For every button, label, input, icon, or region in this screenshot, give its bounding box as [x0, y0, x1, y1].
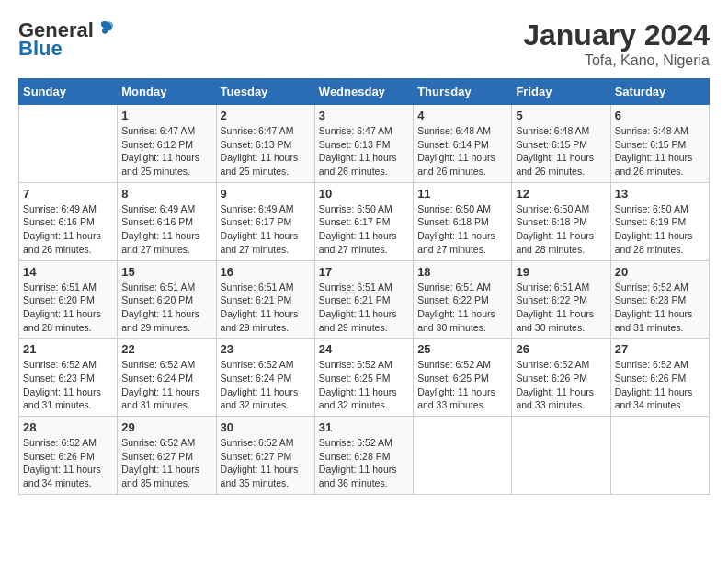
sunset-text: Sunset: 6:18 PM — [417, 216, 489, 227]
logo: General Blue — [18, 18, 114, 61]
day-number: 20 — [615, 265, 705, 279]
sunset-text: Sunset: 6:27 PM — [221, 451, 292, 462]
daylight-text: Daylight: 11 hours and 34 minutes. — [23, 464, 101, 488]
day-info: Sunrise: 6:52 AMSunset: 6:24 PMDaylight:… — [121, 358, 211, 412]
sunrise-text: Sunrise: 6:49 AM — [23, 203, 97, 214]
day-cell-19: 19Sunrise: 6:51 AMSunset: 6:22 PMDayligh… — [512, 260, 610, 339]
day-cell-31: 31Sunrise: 6:52 AMSunset: 6:28 PMDayligh… — [314, 417, 413, 495]
day-info: Sunrise: 6:52 AMSunset: 6:26 PMDaylight:… — [615, 358, 705, 412]
day-cell-10: 10Sunrise: 6:50 AMSunset: 6:17 PMDayligh… — [314, 182, 413, 260]
day-cell-7: 7Sunrise: 6:49 AMSunset: 6:16 PMDaylight… — [19, 182, 118, 260]
day-info: Sunrise: 6:51 AMSunset: 6:22 PMDaylight:… — [516, 281, 606, 335]
day-number: 30 — [221, 420, 311, 434]
day-info: Sunrise: 6:51 AMSunset: 6:20 PMDaylight:… — [121, 281, 211, 335]
title-section: January 2024 Tofa, Kano, Nigeria — [523, 18, 710, 69]
sunset-text: Sunset: 6:26 PM — [615, 373, 687, 384]
page-header: General Blue January 2024 Tofa, Kano, Ni… — [18, 18, 710, 69]
day-cell-25: 25Sunrise: 6:52 AMSunset: 6:25 PMDayligh… — [414, 339, 512, 417]
day-number: 25 — [417, 342, 507, 356]
daylight-text: Daylight: 11 hours and 31 minutes. — [121, 386, 199, 411]
day-number: 4 — [417, 109, 507, 122]
day-number: 16 — [221, 265, 311, 279]
weekday-header-row: SundayMondayTuesdayWednesdayThursdayFrid… — [19, 79, 710, 105]
sunset-text: Sunset: 6:16 PM — [23, 216, 95, 227]
daylight-text: Daylight: 11 hours and 25 minutes. — [221, 152, 299, 177]
daylight-text: Daylight: 11 hours and 26 minutes. — [319, 152, 397, 177]
sunset-text: Sunset: 6:28 PM — [319, 451, 391, 462]
day-info: Sunrise: 6:51 AMSunset: 6:22 PMDaylight:… — [417, 281, 507, 335]
sunrise-text: Sunrise: 6:52 AM — [417, 359, 491, 370]
day-number: 6 — [615, 109, 705, 122]
weekday-header-thursday: Thursday — [414, 79, 512, 105]
day-number: 15 — [121, 265, 211, 279]
sunrise-text: Sunrise: 6:51 AM — [221, 282, 294, 293]
day-cell-30: 30Sunrise: 6:52 AMSunset: 6:27 PMDayligh… — [216, 417, 314, 495]
empty-cell — [19, 105, 118, 183]
daylight-text: Daylight: 11 hours and 31 minutes. — [23, 386, 101, 411]
day-info: Sunrise: 6:51 AMSunset: 6:21 PMDaylight:… — [319, 281, 409, 335]
day-cell-18: 18Sunrise: 6:51 AMSunset: 6:22 PMDayligh… — [414, 260, 512, 339]
day-info: Sunrise: 6:47 AMSunset: 6:13 PMDaylight:… — [221, 124, 311, 178]
day-info: Sunrise: 6:52 AMSunset: 6:23 PMDaylight:… — [23, 358, 113, 412]
day-number: 8 — [121, 187, 211, 201]
day-number: 10 — [319, 187, 409, 201]
sunrise-text: Sunrise: 6:52 AM — [121, 437, 195, 448]
day-cell-23: 23Sunrise: 6:52 AMSunset: 6:24 PMDayligh… — [216, 339, 314, 417]
day-cell-28: 28Sunrise: 6:52 AMSunset: 6:26 PMDayligh… — [19, 417, 118, 495]
sunset-text: Sunset: 6:20 PM — [121, 294, 193, 305]
day-number: 28 — [23, 420, 113, 434]
daylight-text: Daylight: 11 hours and 29 minutes. — [221, 308, 299, 333]
day-number: 1 — [121, 109, 211, 122]
location: Tofa, Kano, Nigeria — [523, 52, 710, 69]
sunset-text: Sunset: 6:18 PM — [516, 216, 587, 227]
weekday-header-wednesday: Wednesday — [314, 79, 413, 105]
week-row-1: 1Sunrise: 6:47 AMSunset: 6:12 PMDaylight… — [19, 105, 710, 183]
sunrise-text: Sunrise: 6:51 AM — [417, 282, 491, 293]
day-number: 31 — [319, 420, 409, 434]
sunset-text: Sunset: 6:26 PM — [516, 373, 587, 384]
sunrise-text: Sunrise: 6:52 AM — [221, 359, 294, 370]
day-info: Sunrise: 6:52 AMSunset: 6:25 PMDaylight:… — [417, 358, 507, 412]
week-row-3: 14Sunrise: 6:51 AMSunset: 6:20 PMDayligh… — [19, 260, 710, 339]
daylight-text: Daylight: 11 hours and 30 minutes. — [417, 308, 495, 333]
sunset-text: Sunset: 6:15 PM — [615, 139, 687, 150]
day-info: Sunrise: 6:47 AMSunset: 6:13 PMDaylight:… — [319, 124, 409, 178]
sunset-text: Sunset: 6:13 PM — [319, 139, 391, 150]
sunset-text: Sunset: 6:24 PM — [221, 373, 292, 384]
day-number: 2 — [221, 109, 311, 122]
daylight-text: Daylight: 11 hours and 27 minutes. — [319, 230, 397, 255]
day-cell-24: 24Sunrise: 6:52 AMSunset: 6:25 PMDayligh… — [314, 339, 413, 417]
day-number: 19 — [516, 265, 606, 279]
week-row-5: 28Sunrise: 6:52 AMSunset: 6:26 PMDayligh… — [19, 417, 710, 495]
sunset-text: Sunset: 6:23 PM — [23, 373, 95, 384]
day-info: Sunrise: 6:50 AMSunset: 6:17 PMDaylight:… — [319, 202, 409, 257]
daylight-text: Daylight: 11 hours and 29 minutes. — [121, 308, 199, 333]
sunset-text: Sunset: 6:12 PM — [121, 139, 193, 150]
weekday-header-sunday: Sunday — [19, 79, 118, 105]
day-number: 26 — [516, 342, 606, 356]
sunrise-text: Sunrise: 6:48 AM — [417, 125, 491, 136]
sunrise-text: Sunrise: 6:52 AM — [615, 359, 688, 370]
daylight-text: Daylight: 11 hours and 35 minutes. — [221, 464, 299, 488]
day-number: 21 — [23, 342, 113, 356]
sunrise-text: Sunrise: 6:52 AM — [23, 359, 97, 370]
day-info: Sunrise: 6:48 AMSunset: 6:15 PMDaylight:… — [516, 124, 606, 178]
sunrise-text: Sunrise: 6:51 AM — [23, 282, 97, 293]
day-number: 12 — [516, 187, 606, 201]
day-info: Sunrise: 6:51 AMSunset: 6:20 PMDaylight:… — [23, 281, 113, 335]
daylight-text: Daylight: 11 hours and 28 minutes. — [615, 230, 693, 255]
sunset-text: Sunset: 6:26 PM — [23, 451, 95, 462]
sunset-text: Sunset: 6:14 PM — [417, 139, 489, 150]
daylight-text: Daylight: 11 hours and 25 minutes. — [121, 152, 199, 177]
empty-cell — [610, 417, 709, 495]
day-cell-3: 3Sunrise: 6:47 AMSunset: 6:13 PMDaylight… — [314, 105, 413, 183]
day-cell-20: 20Sunrise: 6:52 AMSunset: 6:23 PMDayligh… — [610, 260, 709, 339]
sunrise-text: Sunrise: 6:49 AM — [221, 203, 294, 214]
day-number: 18 — [417, 265, 507, 279]
daylight-text: Daylight: 11 hours and 32 minutes. — [221, 386, 299, 411]
day-number: 22 — [121, 342, 211, 356]
week-row-2: 7Sunrise: 6:49 AMSunset: 6:16 PMDaylight… — [19, 182, 710, 260]
day-number: 29 — [121, 420, 211, 434]
day-cell-6: 6Sunrise: 6:48 AMSunset: 6:15 PMDaylight… — [610, 105, 709, 183]
daylight-text: Daylight: 11 hours and 26 minutes. — [417, 152, 495, 177]
